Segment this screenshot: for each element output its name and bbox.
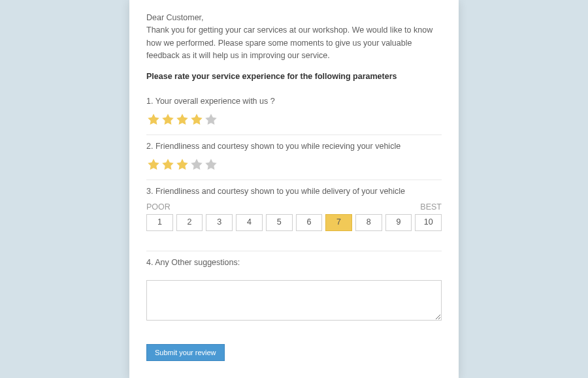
section-prompt: Please rate your service experience for … [146, 72, 442, 81]
scale-option-2[interactable]: 2 [176, 214, 203, 231]
scale-high-label: BEST [420, 202, 442, 212]
submit-button[interactable]: Submit your review [146, 344, 225, 361]
greeting-body: Thank you for getting your car services … [146, 25, 433, 60]
suggestions-textarea[interactable] [146, 280, 442, 321]
scale-labels: POOR BEST [146, 202, 442, 212]
feedback-card: Dear Customer, Thank you for getting you… [129, 0, 459, 378]
question-3-label: 3. Friendliness and courtesy shown to yo… [146, 187, 442, 196]
greeting-text: Dear Customer, Thank you for getting you… [146, 12, 442, 63]
star-icon[interactable] [161, 112, 175, 127]
question-3: 3. Friendliness and courtesy shown to yo… [146, 180, 442, 251]
star-icon[interactable] [146, 112, 161, 127]
question-1: 1. Your overall experience with us ? [146, 90, 442, 135]
scale-option-5[interactable]: 5 [266, 214, 293, 231]
question-4-label: 4. Any Other suggestions: [146, 258, 442, 267]
rating-q1[interactable] [146, 112, 442, 127]
scale-option-10[interactable]: 10 [415, 214, 442, 231]
question-2-label: 2. Friendliness and courtesy shown to yo… [146, 142, 442, 151]
star-icon[interactable] [204, 112, 218, 127]
star-icon[interactable] [161, 157, 175, 172]
scale-option-3[interactable]: 3 [206, 214, 233, 231]
scale-option-4[interactable]: 4 [236, 214, 263, 231]
question-2: 2. Friendliness and courtesy shown to yo… [146, 135, 442, 180]
rating-q2[interactable] [146, 157, 442, 172]
question-1-label: 1. Your overall experience with us ? [146, 97, 442, 106]
star-icon[interactable] [204, 157, 218, 172]
scale-option-8[interactable]: 8 [355, 214, 382, 231]
scale-option-9[interactable]: 9 [385, 214, 412, 231]
scale-option-1[interactable]: 1 [146, 214, 173, 231]
star-icon[interactable] [189, 112, 204, 127]
scale-q3: 12345678910 [146, 214, 442, 231]
star-icon[interactable] [146, 157, 161, 172]
star-icon[interactable] [189, 157, 204, 172]
salutation: Dear Customer, [146, 13, 204, 22]
scale-low-label: POOR [146, 202, 171, 212]
star-icon[interactable] [175, 112, 189, 127]
star-icon[interactable] [175, 157, 189, 172]
scale-option-6[interactable]: 6 [296, 214, 323, 231]
question-4: 4. Any Other suggestions: [146, 251, 442, 331]
scale-option-7[interactable]: 7 [325, 214, 352, 231]
